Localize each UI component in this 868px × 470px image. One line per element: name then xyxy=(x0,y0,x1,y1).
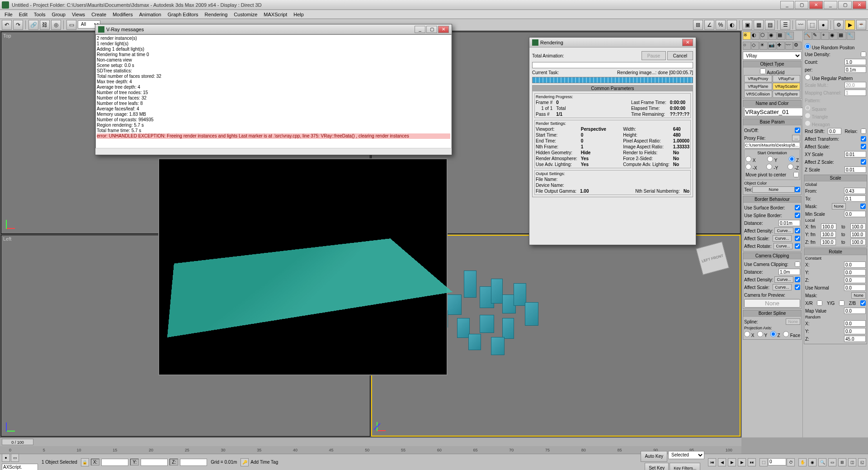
orient-y2-radio[interactable] xyxy=(766,164,772,170)
material-on[interactable]: ● xyxy=(818,20,828,30)
snap-icon[interactable]: ⊞ xyxy=(693,20,703,30)
time-config-icon[interactable]: ⏱ xyxy=(787,458,795,466)
vray-minimize-button[interactable]: _ xyxy=(415,26,425,33)
name-color-header[interactable]: Name and Color xyxy=(743,100,801,107)
fov-icon[interactable]: ▭ xyxy=(828,458,836,466)
rp-tab4-icon[interactable]: ◉ xyxy=(830,32,838,40)
select-icon[interactable]: ▭ xyxy=(66,20,76,30)
rp-tab2-icon[interactable]: ✎ xyxy=(812,32,821,40)
systems-icon[interactable]: ⚙ xyxy=(793,42,802,50)
curve-editor-icon[interactable]: 〰 xyxy=(796,20,806,30)
menu-help[interactable]: Help xyxy=(291,11,307,18)
object-name-input[interactable] xyxy=(744,108,803,116)
orient-z2-radio[interactable] xyxy=(788,164,793,170)
vrayscatter-button[interactable]: VRayScatter xyxy=(773,83,801,90)
lights-icon[interactable]: ☀ xyxy=(760,42,768,50)
viewcube[interactable]: LEFT FRONT xyxy=(696,242,729,275)
menu-grapheditors[interactable]: Graph Editors xyxy=(165,11,201,18)
geometry-icon[interactable]: ○ xyxy=(743,42,751,50)
spacewarps-icon[interactable]: 〰 xyxy=(785,42,793,50)
menu-maxscript[interactable]: MAXScript xyxy=(261,11,290,18)
zoom-ext-icon[interactable]: ◫ xyxy=(848,458,856,466)
coord-y-input[interactable] xyxy=(141,459,168,466)
move-pivot-checkbox[interactable] xyxy=(793,172,799,177)
redo-icon[interactable]: ↷ xyxy=(13,20,23,30)
maxscript-input[interactable] xyxy=(2,464,38,470)
menu-tools[interactable]: Tools xyxy=(31,11,48,18)
object-type-header[interactable]: Object Type xyxy=(743,61,801,67)
use-spline-checkbox[interactable] xyxy=(795,213,800,218)
teapot-icon[interactable]: ☕ xyxy=(856,20,866,30)
unlink-icon[interactable]: ⛓ xyxy=(40,20,50,30)
set-key-button[interactable]: Set Key xyxy=(645,463,669,470)
orient-x2-radio[interactable] xyxy=(745,164,751,170)
proxy-path-input[interactable] xyxy=(744,142,800,148)
render-setup-icon[interactable]: ⚙ xyxy=(834,20,844,30)
camera-none-button[interactable]: None xyxy=(744,299,800,308)
menu-animation[interactable]: Animation xyxy=(137,11,164,18)
menu-create[interactable]: Create xyxy=(89,11,109,18)
key-filters-button[interactable]: Key Filters... xyxy=(670,463,700,470)
vraysphere-button[interactable]: VRaySphere xyxy=(773,90,801,98)
menu-rendering[interactable]: Rendering xyxy=(202,11,231,18)
density-curve-button[interactable]: Curve... xyxy=(774,228,793,234)
scale-rollout-header[interactable]: Scale xyxy=(804,175,867,181)
use-surface-checkbox[interactable] xyxy=(795,205,800,210)
rotate-rollout-header[interactable]: Rotate xyxy=(804,249,867,255)
renderer-dropdown[interactable]: VRay xyxy=(743,52,802,60)
vray-maximize-button[interactable]: ▢ xyxy=(426,26,437,33)
rotate-curve-button[interactable]: Curve... xyxy=(774,243,793,249)
rp-tab3-icon[interactable]: ⚬ xyxy=(821,32,829,40)
keymode-icon[interactable]: ⬚ xyxy=(760,458,768,466)
goto-end-icon[interactable]: ⏭ xyxy=(748,458,756,466)
create-tab-icon[interactable]: ※ xyxy=(743,32,751,40)
undo-icon[interactable]: ↶ xyxy=(2,20,12,30)
tex-button[interactable]: None xyxy=(752,186,795,193)
modify-tab-icon[interactable]: ◐ xyxy=(751,32,760,40)
vrayproxy-button[interactable]: VRayProxy xyxy=(744,75,772,82)
lock-icon[interactable]: 🔒 xyxy=(81,458,89,466)
cam-scale-button[interactable]: Curve... xyxy=(773,284,792,290)
close-button[interactable]: ✕ xyxy=(809,1,823,9)
current-frame-input[interactable] xyxy=(768,458,786,465)
min-max-icon[interactable]: ◱ xyxy=(858,458,866,466)
mirror-icon[interactable]: ▦ xyxy=(754,20,764,30)
cameras-icon[interactable]: 📷 xyxy=(768,42,776,50)
display-tab-icon[interactable]: ▦ xyxy=(777,32,785,40)
shapes-icon[interactable]: ◇ xyxy=(751,42,760,50)
cancel-button[interactable]: Cancel xyxy=(667,51,693,60)
zoom-all-icon[interactable]: ⊞ xyxy=(838,458,846,466)
scale-curve-button[interactable]: Curve... xyxy=(773,235,792,242)
schematic-icon[interactable]: ⬚ xyxy=(807,20,817,30)
link-icon[interactable]: 🔗 xyxy=(28,20,38,30)
coord-z-input[interactable] xyxy=(180,459,207,466)
use-camera-checkbox[interactable] xyxy=(795,261,800,267)
coord-x-input[interactable] xyxy=(101,459,128,466)
count-input[interactable] xyxy=(844,59,866,65)
rp-tab6-icon[interactable]: 🔧 xyxy=(847,32,855,40)
angle-snap-icon[interactable]: ∠ xyxy=(704,20,714,30)
menu-edit[interactable]: Edit xyxy=(16,11,30,18)
minimize-button-2[interactable]: _ xyxy=(824,1,837,9)
per-input[interactable] xyxy=(844,66,866,73)
prev-frame-icon[interactable]: ◀ xyxy=(718,458,726,466)
helpers-icon[interactable]: ✚ xyxy=(777,42,785,50)
maximize-button[interactable]: ▢ xyxy=(795,1,808,9)
add-time-tag[interactable]: Add Time Tag xyxy=(250,460,278,465)
use-density-checkbox[interactable] xyxy=(861,52,866,57)
vray-close-button[interactable]: ✕ xyxy=(438,26,449,33)
cam-density-button[interactable]: Curve... xyxy=(774,276,793,283)
distance-input[interactable] xyxy=(778,220,800,226)
close-button-2[interactable]: ✕ xyxy=(853,1,866,9)
key-icon[interactable]: 🔑 xyxy=(241,458,249,466)
vrayfur-button[interactable]: VRayFur xyxy=(773,75,801,82)
autogrid-checkbox[interactable] xyxy=(760,68,766,74)
menu-modifiers[interactable]: Modifiers xyxy=(110,11,136,18)
rotate-checkbox[interactable] xyxy=(795,243,800,249)
scale-checkbox[interactable] xyxy=(795,236,800,241)
goto-start-icon[interactable]: ⏮ xyxy=(708,458,716,466)
tex-checkbox[interactable] xyxy=(795,187,800,192)
scale-from-input[interactable] xyxy=(844,188,866,194)
vray-message-list[interactable]: 2 render instance(s) 1 render light(s) A… xyxy=(95,34,452,148)
vrayplane-button[interactable]: VRayPlane xyxy=(744,83,772,90)
